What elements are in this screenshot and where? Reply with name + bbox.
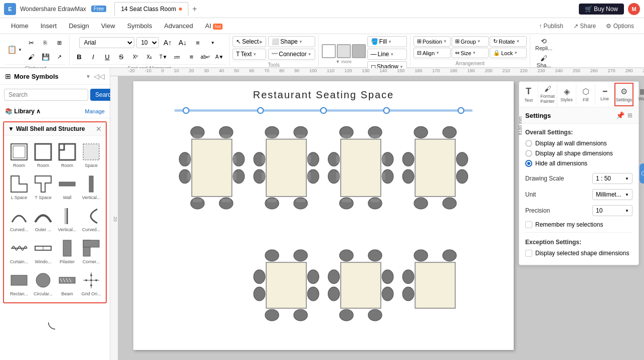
search-input[interactable] xyxy=(4,89,88,101)
format-painter-button[interactable]: 🖌 xyxy=(25,50,38,63)
drawing-canvas[interactable]: Restaurant Seating Space xyxy=(118,76,644,360)
menu-ai[interactable]: AI hot xyxy=(200,20,227,32)
remember-checkbox[interactable]: Remember my selections xyxy=(525,221,632,228)
menu-home[interactable]: Home xyxy=(6,20,34,32)
strikethrough-button[interactable]: S xyxy=(115,50,128,63)
symbol-curtain[interactable]: Curtain... xyxy=(8,236,30,266)
line-dropdown[interactable]: — Line ▼ xyxy=(367,49,407,60)
rp-tab-settings[interactable]: ⚙ Settings xyxy=(614,83,633,106)
panel-collapse-button[interactable]: ◁◁ xyxy=(94,72,105,80)
settings-pin-button[interactable]: 📌 xyxy=(616,111,624,119)
superscript-button[interactable]: X² xyxy=(129,50,142,63)
menu-symbols[interactable]: Symbols xyxy=(122,20,157,32)
symbol-outer[interactable]: Outer ... xyxy=(32,204,54,234)
symbol-tspace[interactable]: T Space xyxy=(32,172,54,202)
symbol-curved1[interactable]: Curved... xyxy=(8,204,30,234)
menu-design[interactable]: Design xyxy=(64,20,94,32)
rp-tab-format-painter[interactable]: 🖌 FormatPainter xyxy=(538,82,557,107)
text-style-button[interactable]: T▼ xyxy=(157,50,170,63)
symbol-wall[interactable]: Wall xyxy=(56,172,78,202)
symbol-window[interactable]: Windo... xyxy=(32,236,54,266)
symbol-curved2[interactable]: Curved... xyxy=(80,204,102,234)
symbol-arc[interactable] xyxy=(44,310,66,334)
clone-button[interactable]: ⊞ xyxy=(53,36,66,49)
radio-hide-all[interactable]: Hide all dimensions xyxy=(525,160,632,167)
shape-dropdown[interactable]: ⬜ Shape ▼ xyxy=(268,36,315,47)
menu-advanced[interactable]: Advanced xyxy=(159,20,198,32)
menu-insert[interactable]: Insert xyxy=(36,20,62,32)
fill-dropdown[interactable]: 🪣 Fill ▼ xyxy=(367,36,407,47)
underline-button[interactable]: U xyxy=(101,50,114,63)
size-dropdown[interactable]: ⇔ Size ▼ xyxy=(452,48,489,58)
export-button[interactable]: ↗ xyxy=(53,50,66,63)
rp-tab-text[interactable]: T Text xyxy=(519,83,538,106)
position-dropdown[interactable]: ⊞ Position ▼ xyxy=(413,36,451,47)
save-button[interactable]: 💾 xyxy=(39,50,52,63)
symbol-pilaster[interactable]: Pilaster xyxy=(56,236,78,266)
rp-tab-wall[interactable]: ▦ Wall xyxy=(633,84,644,104)
text-align-button[interactable]: ≡ xyxy=(191,36,204,49)
style-preset-2[interactable] xyxy=(337,44,351,58)
symbol-room2[interactable]: Room xyxy=(32,140,54,170)
group-dropdown[interactable]: ⊞ Group ▼ xyxy=(452,36,489,47)
buy-now-button[interactable]: 🛒 Buy Now xyxy=(579,4,624,15)
precision-select[interactable]: 10 ▼ xyxy=(592,205,632,216)
radio-display-wall[interactable]: Display all wall dimensions xyxy=(525,140,632,147)
radio-display-shape[interactable]: Display all shape dimensions xyxy=(525,150,632,157)
text-wrap-button[interactable]: ab↵ xyxy=(199,50,212,63)
bold-button[interactable]: B xyxy=(73,50,86,63)
rp-tab-styles[interactable]: ◈ Styles xyxy=(557,84,576,105)
symbol-vertical[interactable]: Vertical... xyxy=(80,172,102,202)
menu-view[interactable]: View xyxy=(96,20,120,32)
user-avatar[interactable]: M xyxy=(628,3,640,15)
settings-expand-button[interactable]: ⊞ xyxy=(627,112,632,119)
copy-button[interactable]: ⎘ xyxy=(39,36,52,49)
symbol-circular[interactable]: Circular... xyxy=(32,268,54,298)
font-size-increase-button[interactable]: A↑ xyxy=(161,36,174,49)
scroll-indicator[interactable]: ⟨⟩ xyxy=(639,163,644,184)
lock-dropdown[interactable]: 🔒 Lock ▼ xyxy=(490,48,527,58)
manage-link[interactable]: Manage xyxy=(85,108,105,114)
symbol-room3[interactable]: Room xyxy=(56,140,78,170)
symbol-lspace[interactable]: L Space xyxy=(8,172,30,202)
symbol-room1[interactable]: Room xyxy=(8,140,30,170)
align-dropdown[interactable]: ⊟ Align ▼ xyxy=(413,48,451,58)
paste-button[interactable]: 📋 ▼ xyxy=(5,45,24,55)
list1-button[interactable]: ≔ xyxy=(171,50,184,63)
select-dropdown[interactable]: ↖ Select ▶ xyxy=(233,36,266,47)
more-align-button[interactable]: ▼ xyxy=(206,36,219,49)
font-color-button[interactable]: A▼ xyxy=(213,50,226,63)
publish-action[interactable]: ↑ Publish xyxy=(535,21,567,32)
font-size-select[interactable]: 10 xyxy=(136,37,159,48)
symbol-grid[interactable]: Grid Ori... xyxy=(80,268,102,298)
subscript-button[interactable]: X₂ xyxy=(143,50,156,63)
symbol-corner[interactable]: Corner... xyxy=(80,236,102,266)
rotate-dropdown[interactable]: ↻ Rotate ▼ xyxy=(490,36,527,47)
symbol-space[interactable]: Space xyxy=(80,140,102,170)
list2-button[interactable]: ≡ xyxy=(185,50,198,63)
symbol-rectangle[interactable]: Rectan... xyxy=(8,268,30,298)
italic-button[interactable]: I xyxy=(87,50,100,63)
new-tab-button[interactable]: + xyxy=(188,3,200,15)
display-selected-checkbox[interactable]: Display selected shape dimensions xyxy=(525,250,632,257)
style-preset-3[interactable] xyxy=(352,44,366,58)
symbol-section-close-button[interactable]: ✕ xyxy=(96,125,102,133)
document-tab[interactable]: 14 Seat Class Room xyxy=(114,2,188,16)
cut-button[interactable]: ✂ xyxy=(25,36,38,49)
replace-btn[interactable]: ⟲ Repli... xyxy=(533,36,554,52)
unit-select[interactable]: Millimet... ▼ xyxy=(592,189,632,200)
section-collapse-icon[interactable]: ▼ xyxy=(8,125,14,132)
symbol-vertical2[interactable]: Vertical... xyxy=(56,204,78,234)
rp-tab-fill[interactable]: ⬡ Fill xyxy=(576,84,595,105)
styles-expand[interactable]: ▼ more xyxy=(336,59,352,64)
share-action[interactable]: ↗ Share xyxy=(569,21,600,32)
font-size-decrease-button[interactable]: A↓ xyxy=(176,36,189,49)
options-action[interactable]: ⚙ Options xyxy=(602,21,638,32)
symbol-beam[interactable]: Beam xyxy=(56,268,78,298)
rp-tab-line[interactable]: ━ Line xyxy=(595,84,614,104)
font-family-select[interactable]: Arial xyxy=(79,37,134,48)
connector-dropdown[interactable]: 〰 Connector ▼ xyxy=(268,49,315,60)
format-painter-replace-btn[interactable]: 🖌 Sha... xyxy=(535,53,553,69)
text-dropdown[interactable]: T Text ▼ xyxy=(233,49,266,60)
drawing-scale-select[interactable]: 1 : 50 ▼ xyxy=(592,173,632,184)
